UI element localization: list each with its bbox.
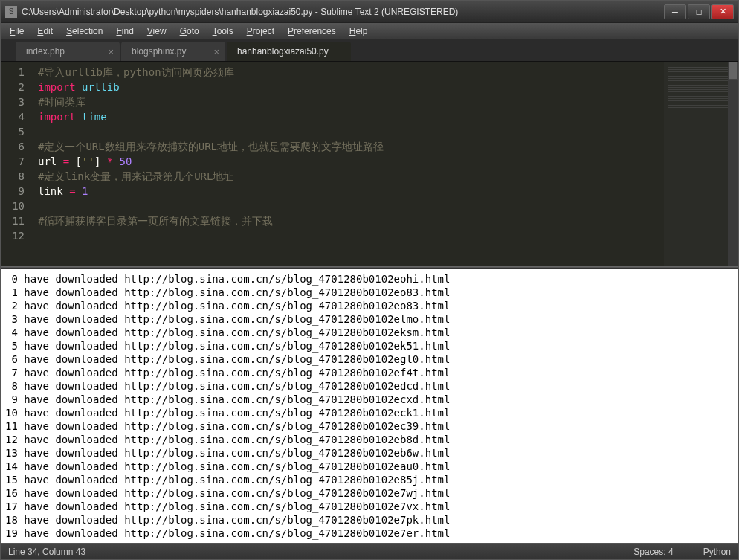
editor-scrollbar[interactable]: [728, 62, 738, 266]
menu-preferences[interactable]: Preferences: [282, 25, 342, 38]
statusbar: Line 34, Column 43 Spaces: 4 Python: [1, 543, 738, 559]
app-icon: S: [5, 6, 17, 18]
code-line[interactable]: url = [''] * 50: [38, 154, 664, 169]
editor[interactable]: 123456789101112 #导入urllib库，python访问网页必须库…: [1, 62, 738, 266]
line-number: 5: [1, 124, 25, 139]
menu-edit[interactable]: Edit: [31, 25, 59, 38]
line-number: 6: [1, 139, 25, 154]
menu-project[interactable]: Project: [241, 25, 280, 38]
minimap[interactable]: [664, 62, 738, 266]
syntax-setting[interactable]: Python: [703, 547, 731, 557]
menu-selection[interactable]: Selection: [60, 25, 109, 38]
console-output[interactable]: 0 have downloaded http://blog.sina.com.c…: [1, 269, 738, 543]
tab-close-icon[interactable]: ×: [213, 46, 219, 57]
line-number: 1: [1, 65, 25, 80]
tab-hanhanblogxiazai50-py[interactable]: hanhanblogxiazai50.py: [227, 42, 351, 61]
cursor-position[interactable]: Line 34, Column 43: [8, 547, 85, 557]
line-number: 4: [1, 109, 25, 124]
tab-close-icon[interactable]: ×: [108, 46, 114, 57]
code-line[interactable]: #循环捕获博客目录第一页所有的文章链接，并下载: [38, 213, 664, 228]
menu-file[interactable]: File: [4, 25, 30, 38]
line-number: 10: [1, 199, 25, 213]
scrollbar-thumb[interactable]: [729, 62, 738, 80]
gutter: 123456789101112: [1, 62, 30, 266]
maximize-button[interactable]: □: [688, 4, 710, 19]
line-number: 3: [1, 94, 25, 109]
code-line[interactable]: link = 1: [38, 184, 664, 199]
titlebar[interactable]: S C:\Users\Administrator\Desktop\python\…: [1, 1, 738, 23]
window: S C:\Users\Administrator\Desktop\python\…: [0, 0, 739, 560]
line-number: 7: [1, 154, 25, 169]
window-controls: ─ □ ✕: [664, 4, 734, 19]
line-number: 12: [1, 228, 25, 243]
code-line[interactable]: #导入urllib库，python访问网页必须库: [38, 65, 664, 80]
menu-help[interactable]: Help: [343, 25, 374, 38]
minimize-button[interactable]: ─: [664, 4, 686, 19]
menu-goto[interactable]: Goto: [174, 25, 205, 38]
code-line[interactable]: #定义link变量，用来记录第几个URL地址: [38, 169, 664, 184]
code-line[interactable]: #定义一个URL数组用来存放捕获的URL地址，也就是需要爬的文字地址路径: [38, 139, 664, 154]
line-number: 2: [1, 80, 25, 94]
code-content[interactable]: #导入urllib库，python访问网页必须库import urllib#时间…: [30, 62, 664, 266]
menubar: FileEditSelectionFindViewGotoToolsProjec…: [1, 23, 738, 39]
indent-setting[interactable]: Spaces: 4: [633, 547, 673, 557]
tab-label: blogsphinx.py: [132, 46, 186, 57]
tab-index-php[interactable]: index.php×: [16, 42, 120, 61]
menu-find[interactable]: Find: [110, 25, 139, 38]
menu-view[interactable]: View: [141, 25, 172, 38]
minimap-preview: [668, 65, 735, 109]
tabbar: index.php×blogsphinx.py×hanhanblogxiazai…: [1, 39, 738, 62]
line-number: 9: [1, 184, 25, 199]
menu-tools[interactable]: Tools: [207, 25, 239, 38]
code-line[interactable]: import urllib: [38, 80, 664, 94]
code-line[interactable]: [38, 124, 664, 139]
code-line[interactable]: [38, 228, 664, 243]
window-title: C:\Users\Administrator\Desktop\python\my…: [22, 7, 664, 17]
tab-label: hanhanblogxiazai50.py: [237, 46, 329, 57]
tab-label: index.php: [26, 46, 65, 57]
line-number: 11: [1, 213, 25, 228]
tab-blogsphinx-py[interactable]: blogsphinx.py×: [121, 42, 225, 61]
code-line[interactable]: import time: [38, 109, 664, 124]
line-number: 8: [1, 169, 25, 184]
code-line[interactable]: #时间类库: [38, 94, 664, 109]
code-line[interactable]: [38, 199, 664, 213]
close-button[interactable]: ✕: [711, 4, 734, 19]
